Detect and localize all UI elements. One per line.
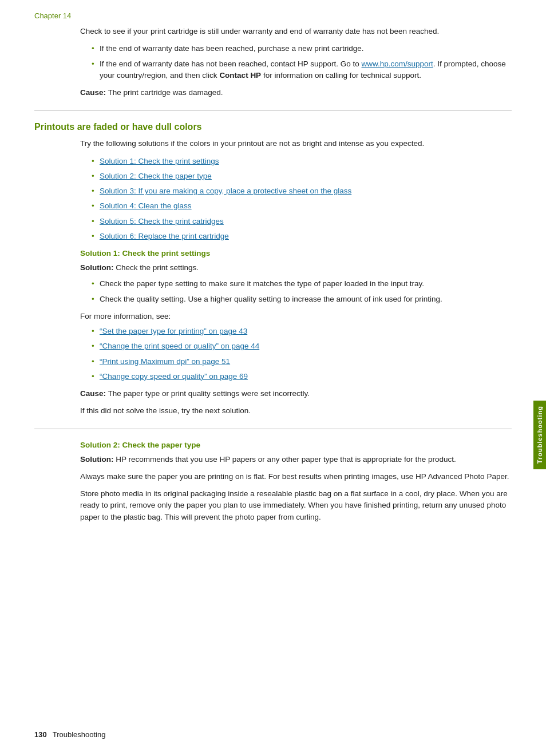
solution1-solution-line: Solution: Check the print settings.: [80, 262, 512, 274]
page: Chapter 14 Check to see if your print ca…: [0, 0, 546, 756]
side-tab-label: Troubleshooting: [536, 406, 543, 464]
ref-link-2[interactable]: “Change the print speed or quality” on p…: [100, 342, 259, 350]
list-item: Solution 6: Replace the print cartridge: [92, 231, 512, 242]
divider2: [34, 429, 512, 429]
list-item: Solution 5: Check the print catridges: [92, 216, 512, 227]
solution3-link[interactable]: Solution 3: If you are making a copy, pl…: [100, 187, 351, 195]
intro-bullet-list: If the end of warranty date has been rea…: [92, 43, 512, 81]
cause-line: Cause: The print cartridge was damaged.: [80, 87, 512, 98]
footer-label: Troubleshooting: [53, 730, 106, 739]
intro-paragraph: Check to see if your print cartridge is …: [80, 26, 512, 37]
list-item: “Set the paper type for printing” on pag…: [92, 326, 512, 337]
list-item: Check the quality setting. Use a higher …: [92, 294, 512, 305]
divider: [34, 110, 512, 110]
solution-links-list: Solution 1: Check the print settings Sol…: [92, 156, 512, 243]
list-item: Solution 3: If you are making a copy, pl…: [92, 185, 512, 197]
list-item: Solution 2: Check the paper type: [92, 171, 512, 182]
list-item: “Print using Maximum dpi” on page 51: [92, 356, 512, 367]
solution1-link[interactable]: Solution 1: Check the print settings: [100, 157, 219, 165]
solution2-link[interactable]: Solution 2: Check the paper type: [100, 172, 212, 180]
solution2-solution-line: Solution: HP recommends that you use HP …: [80, 454, 512, 465]
solution1-heading: Solution 1: Check the print settings: [80, 249, 512, 258]
list-item: Check the paper type setting to make sur…: [92, 278, 512, 290]
list-item: If the end of warranty date has been rea…: [92, 43, 512, 54]
chapter-label: Chapter 14: [34, 11, 512, 20]
list-item: Solution 4: Clean the glass: [92, 200, 512, 212]
list-item: If the end of warranty date has not been…: [92, 58, 512, 82]
ref-link-3[interactable]: “Print using Maximum dpi” on page 51: [100, 357, 230, 366]
if-not-solve: If this did not solve the issue, try the…: [80, 405, 512, 417]
solution5-link[interactable]: Solution 5: Check the print catridges: [100, 217, 224, 225]
ref-link-1[interactable]: “Set the paper type for printing” on pag…: [100, 327, 247, 335]
side-tab: Troubleshooting: [533, 401, 546, 469]
list-item: “Change the print speed or quality” on p…: [92, 341, 512, 352]
footer: 130 Troubleshooting: [34, 730, 523, 739]
solution1-links-list: “Set the paper type for printing” on pag…: [92, 326, 512, 382]
solution1-cause: Cause: The paper type or print quality s…: [80, 388, 512, 399]
solution1-bullet-list: Check the paper type setting to make sur…: [92, 278, 512, 305]
for-more-label: For more information, see:: [80, 311, 512, 322]
solution2-heading: Solution 2: Check the paper type: [80, 441, 512, 449]
solution6-link[interactable]: Solution 6: Replace the print cartridge: [100, 232, 229, 240]
section-intro: Try the following solutions if the color…: [80, 138, 512, 149]
hp-support-link[interactable]: www.hp.com/support: [362, 60, 433, 68]
solution4-link[interactable]: Solution 4: Clean the glass: [100, 201, 192, 210]
solution2-para3: Store photo media in its original packag…: [80, 488, 512, 523]
section-heading: Printouts are faded or have dull colors: [34, 122, 512, 132]
footer-page-number: 130: [34, 730, 47, 739]
list-item: Solution 1: Check the print settings: [92, 156, 512, 167]
list-item: “Change copy speed or quality” on page 6…: [92, 371, 512, 382]
ref-link-4[interactable]: “Change copy speed or quality” on page 6…: [100, 372, 248, 381]
solution2-para2: Always make sure the paper you are print…: [80, 471, 512, 482]
